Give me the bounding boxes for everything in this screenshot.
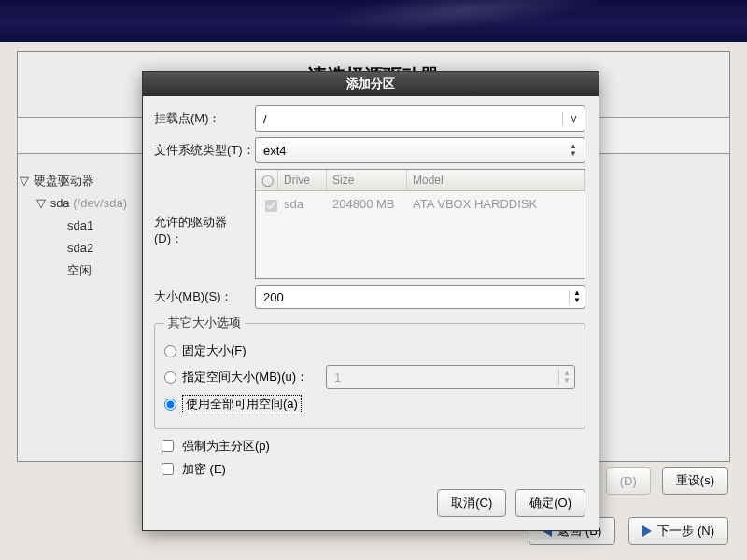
mount-point-input[interactable] xyxy=(256,112,562,126)
table-header: ◯ Drive Size Model xyxy=(256,170,585,191)
encrypt-checkbox-row[interactable]: 加密 (E) xyxy=(158,460,585,478)
device-tree: ▽ 硬盘驱动器 ▽ sda (/dev/sda) sda1 sda2 空闲 xyxy=(19,170,127,282)
radio-fill-input[interactable] xyxy=(164,399,176,411)
add-partition-dialog: 添加分区 挂载点(M)： v 文件系统类型(T)： ext4 ▲▼ 允许的驱动器… xyxy=(142,71,599,531)
primary-checkbox-row[interactable]: 强制为主分区(p) xyxy=(158,437,585,455)
allowed-label: 允许的驱动器(D)： xyxy=(154,169,255,247)
tree-disk[interactable]: ▽ sda (/dev/sda) xyxy=(19,192,127,215)
next-button[interactable]: 下一步 (N) xyxy=(628,517,728,545)
disclosure-icon: ▽ xyxy=(35,192,47,215)
radio-fill[interactable]: 使用全部可用空间(a) xyxy=(164,395,575,413)
tree-part[interactable]: sda2 xyxy=(19,237,127,259)
mount-point-combo[interactable]: v xyxy=(255,105,585,132)
radio-fixed-input[interactable] xyxy=(164,345,176,357)
panel-buttons: (D) 重设(s) xyxy=(606,467,728,495)
banner xyxy=(0,0,747,42)
reset-button[interactable]: 重设(s) xyxy=(662,467,728,495)
mount-label: 挂载点(M)： xyxy=(154,110,255,127)
table-row[interactable]: sda 204800 MB ATA VBOX HARDDISK xyxy=(256,191,585,220)
ok-button[interactable]: 确定(O) xyxy=(515,489,585,517)
dialog-buttons: 取消(C) 确定(O) xyxy=(143,489,599,530)
primary-checkbox[interactable] xyxy=(162,440,174,452)
spinner-icon[interactable]: ▲▼ xyxy=(569,289,585,304)
spinner-icon: ▲▼ xyxy=(570,143,577,158)
spinner-icon: ▲▼ xyxy=(558,370,574,385)
disclosure-icon: ▽ xyxy=(19,170,30,192)
allowed-drives-table[interactable]: ◯ Drive Size Model sda 204800 MB ATA VBO… xyxy=(255,169,585,279)
radio-upto-input[interactable] xyxy=(164,371,176,384)
tree-root[interactable]: ▽ 硬盘驱动器 xyxy=(19,170,127,192)
radio-fixed[interactable]: 固定大小(F) xyxy=(164,343,575,359)
size-label: 大小(MB)(S)： xyxy=(154,288,255,305)
d-button: (D) xyxy=(606,467,651,495)
size-spinbox[interactable]: ▲▼ xyxy=(255,285,585,309)
upto-spinbox: ▲▼ xyxy=(326,365,575,389)
size-options-legend: 其它大小选项 xyxy=(164,315,245,331)
fstype-select[interactable]: ext4 ▲▼ xyxy=(255,137,585,163)
checkbox-icon: ◯ xyxy=(256,170,278,190)
cancel-button[interactable]: 取消(C) xyxy=(437,489,506,517)
arrow-right-icon xyxy=(642,525,652,537)
tree-part[interactable]: 空闲 xyxy=(19,259,127,282)
chevron-down-icon[interactable]: v xyxy=(562,112,585,125)
radio-upto[interactable]: 指定空间大小(MB)(u)： ▲▼ xyxy=(164,365,575,389)
upto-input xyxy=(327,371,558,385)
size-options-group: 其它大小选项 固定大小(F) 指定空间大小(MB)(u)： ▲▼ 使用全部可用空… xyxy=(154,315,585,429)
dialog-title: 添加分区 xyxy=(143,72,599,96)
drive-checkbox xyxy=(265,200,277,212)
fstype-label: 文件系统类型(T)： xyxy=(154,142,255,159)
tree-part[interactable]: sda1 xyxy=(19,215,127,237)
size-input[interactable] xyxy=(256,290,569,304)
encrypt-checkbox[interactable] xyxy=(162,463,174,475)
